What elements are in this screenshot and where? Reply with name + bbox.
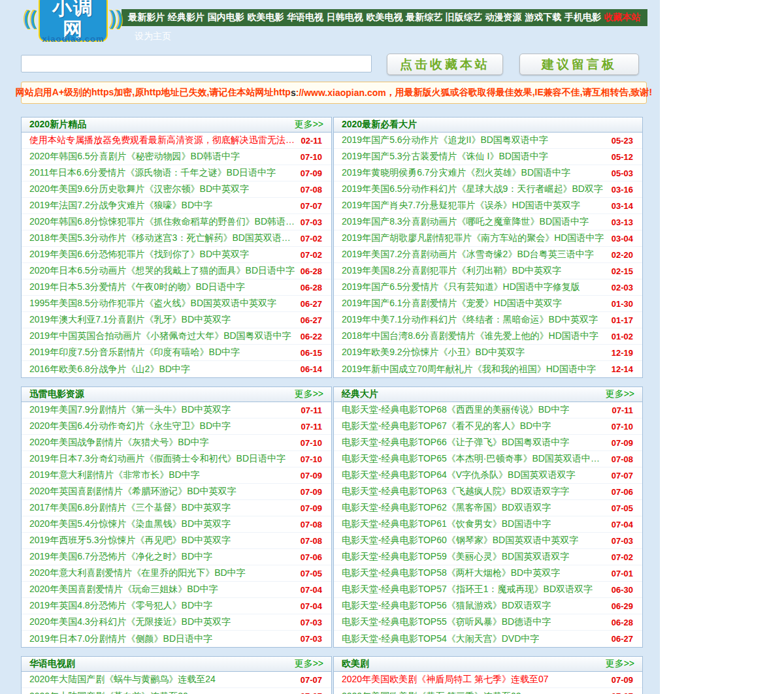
movie-link[interactable]: 电影天堂-经典电影TOP62《黑客帝国》BD双语双字 — [342, 502, 551, 514]
nav-item[interactable]: 游戏下载 — [525, 12, 561, 24]
movie-link[interactable]: 2020年美国9.6分历史歌舞片《汉密尔顿》BD中英双字 — [29, 183, 249, 195]
movie-link[interactable]: 电影天堂-经典电影TOP58《两杆大烟枪》BD中英双字 — [342, 567, 560, 579]
movie-link[interactable]: 2017年美国6.8分剧情片《三个基督》BD中英双字 — [29, 502, 231, 514]
movie-link[interactable]: 2020年大陆国产剧《暮白首》连载至30 — [29, 691, 188, 694]
item-date: 06-28 — [301, 266, 322, 276]
movie-link[interactable]: 2019年国产8.3分喜剧动画片《哪吒之魔童降世》BD国语中字 — [342, 216, 589, 228]
movie-link[interactable]: 2020年日本6.5分动画片《想哭的我戴上了猫的面具》BD日语中字 — [29, 265, 295, 277]
movie-link[interactable]: 2020年美国战争剧情片《灰猎犬号》BD中字 — [29, 437, 209, 449]
movie-link[interactable]: 电影天堂-经典电影TOP59《美丽心灵》BD国英双语双字 — [342, 551, 569, 563]
movie-link[interactable]: 2019年印度7.5分音乐剧情片《印度有嘻哈》BD中字 — [29, 347, 240, 358]
list-item: 2020年大陆国产剧《蜗牛与黄鹂鸟》连载至2407-07 — [22, 672, 331, 688]
movie-link[interactable]: 2019年美国7.2分喜剧动画片《冰雪奇缘2》BD台粤英三语中字 — [342, 249, 594, 260]
movie-link[interactable]: 2011年日本6.6分爱情片《源氏物语：千年之谜》BD日语中字 — [29, 167, 276, 179]
movie-link[interactable]: 电影天堂-经典电影TOP56《猫鼠游戏》BD双语双字 — [342, 600, 551, 612]
movie-link[interactable]: 2019年美国8.2分喜剧犯罪片《利刃出鞘》BD中英双字 — [342, 265, 561, 277]
guestbook-button[interactable]: 建议留言板 — [519, 54, 639, 75]
movie-link[interactable]: 2019年欧美9.2分惊悚片《小丑》BD中英双字 — [342, 347, 525, 358]
movie-link[interactable]: 2019年新中国成立70周年献礼片《我和我的祖国》HD国语中字 — [342, 364, 596, 375]
nav-item[interactable]: 国内电影 — [208, 12, 244, 24]
movie-link[interactable]: 2020年美国5.4分惊悚片《染血黑钱》BD中英双字 — [29, 518, 231, 530]
nav-item[interactable]: 手机电影 — [564, 12, 601, 24]
item-date: 06-28 — [301, 283, 322, 292]
site-logo[interactable]: (( 小调网 )) xiaodiao.com — [24, 4, 123, 50]
movie-link[interactable]: 电影天堂-经典电影TOP61《饮食男女》BD国语中字 — [342, 518, 551, 530]
movie-link[interactable]: 2018年中国台湾8.6分喜剧爱情片《谁先爱上他的》HD国语中字 — [342, 330, 598, 342]
movie-link[interactable]: 2019年英国4.8分恐怖片《零号犯人》BD中字 — [29, 600, 212, 612]
panel-more-link[interactable]: 更多>> — [295, 119, 323, 131]
nav-item[interactable]: 最新影片 — [128, 12, 165, 24]
movie-link[interactable]: 2019年黄晓明侯勇6.7分灾难片《烈火英雄》BD国语中字 — [342, 167, 570, 179]
movie-link[interactable]: 2019年美国7.9分剧情片《第一头牛》BD中英双字 — [29, 404, 231, 416]
nav-item[interactable]: 动漫资源 — [485, 12, 522, 24]
movie-link[interactable]: 2019年国产6.1分喜剧爱情片《宠爱》HD国语中英双字 — [342, 298, 562, 309]
movie-link[interactable]: 2019年法国7.2分战争灾难片《狼嚎》BD中字 — [29, 200, 212, 212]
movie-link[interactable]: 电影天堂-经典电影TOP63《飞越疯人院》BD双语双字字 — [342, 486, 569, 497]
movie-link[interactable]: 电影天堂-经典电影TOP66《让子弹飞》BD国粤双语中字 — [342, 437, 569, 449]
movie-link[interactable]: 2020年韩国6.5分喜剧片《秘密动物园》BD韩语中字 — [29, 151, 240, 163]
list-item: 2020年美国9.6分历史歌舞片《汉密尔顿》BD中英双字07-08 — [22, 181, 331, 198]
movie-link[interactable]: 2020年意大利喜剧爱情片《在里乔的阳光下》BD中字 — [29, 567, 246, 579]
movie-link[interactable]: 2020年美国喜剧爱情片《玩命三姐妹》BD中字 — [29, 584, 218, 595]
nav-item[interactable]: 日韩电视 — [327, 12, 363, 24]
panel-more-link[interactable]: 更多>> — [295, 388, 323, 400]
movie-link[interactable]: 电影天堂-经典电影TOP57《指环王1：魔戒再现》BD双语双字 — [342, 584, 593, 595]
movie-link[interactable]: 2019年日本5.3分爱情片《午夜0时的吻》BD日语中字 — [29, 281, 245, 293]
movie-link[interactable]: 2020年美国欧美剧《神盾局特工 第七季》连载至07 — [342, 674, 549, 686]
panel-more-link[interactable]: 更多>> — [606, 658, 634, 670]
movie-link[interactable]: 2020年大陆国产剧《蜗牛与黄鹂鸟》连载至24 — [29, 674, 216, 686]
movie-link[interactable]: 2016年欧美6.8分战争片《山2》BD中字 — [29, 364, 190, 375]
favorite-site-button[interactable]: 点击收藏本站 — [387, 54, 503, 75]
panels-grid: 2020新片精品 更多>> 使用本站专属播放器免费观看最新高清资源，彻底解决迅雷… — [21, 117, 643, 694]
movie-link[interactable]: 2019年中美7.1分动作科幻片《终结者：黑暗命运》BD中英双字 — [342, 314, 598, 326]
movie-link[interactable]: 2019年国产6.5分爱情片《只有芸知道》HD国语中字修复版 — [342, 281, 580, 293]
nav-item[interactable]: 欧美电视 — [366, 12, 402, 24]
search-input[interactable] — [21, 55, 372, 72]
movie-link[interactable]: 2019年美国6.6分恐怖犯罪片《找到你了》BD中英双字 — [29, 249, 249, 260]
nav-item[interactable]: 华语电视 — [287, 12, 323, 24]
panel-more-link[interactable]: 更多>> — [606, 388, 634, 400]
movie-link[interactable]: 2019年国产胡歌廖凡剧情犯罪片《南方车站的聚会》HD国语中字 — [342, 232, 604, 244]
nav-item[interactable]: 旧版综艺 — [446, 12, 482, 24]
movie-link[interactable]: 电影天堂-经典电影TOP68《西西里的美丽传说》BD中字 — [342, 404, 569, 416]
movie-link[interactable]: 2020年英国喜剧剧情片《希腊环游记》BD中英双字 — [29, 486, 237, 497]
panel-more-link[interactable]: 更多>> — [295, 658, 323, 670]
movie-link[interactable]: 2019年国产肖央7.7分悬疑犯罪片《误杀》HD国语中英双字 — [342, 200, 580, 212]
movie-link[interactable]: 电影天堂-经典电影TOP67《看不见的客人》BD中字 — [342, 420, 551, 432]
list-item: 2020年意大利喜剧爱情片《在里乔的阳光下》BD中字07-05 — [22, 565, 331, 582]
movie-link[interactable]: 电影天堂-经典电影TOP65《本杰明·巴顿奇事》BD国英双语中英双字 — [342, 453, 606, 465]
movie-link[interactable]: 2019年美国6.5分动作科幻片《星球大战9：天行者崛起》BD双字 — [342, 183, 603, 195]
movie-link[interactable]: 电影天堂-经典电影TOP54《大闹天宫》DVD中字 — [342, 633, 539, 645]
movie-link[interactable]: 2019年澳大利亚7.1分喜剧片《乳牙》BD中英双字 — [29, 314, 231, 326]
movie-link[interactable]: 2019年国产5.6分动作片《追龙II》BD国粤双语中字 — [342, 134, 548, 146]
movie-link[interactable]: 2020年韩国6.8分惊悚犯罪片《抓住救命稻草的野兽们》BD韩语中字 — [29, 216, 295, 228]
movie-link[interactable]: 电影天堂-经典电影TOP55《窃听风暴》BD德语中字 — [342, 616, 551, 628]
list-item: 2019年法国7.2分战争灾难片《狼嚎》BD中字07-07 — [22, 198, 331, 214]
set-home-link[interactable]: 设为主页 — [135, 31, 171, 42]
movie-link[interactable]: 2019年意大利剧情片《非常市长》BD中字 — [29, 469, 200, 481]
movie-link[interactable]: 2020年美国欧美剧《黄石 第三季》连载至03 — [342, 691, 521, 694]
movie-link[interactable]: 2018年美国5.3分动作片《移动迷宫3：死亡解药》BD国英双语中字 — [29, 232, 295, 244]
nav-item[interactable]: 最新综艺 — [406, 12, 442, 24]
nav-item-favorite[interactable]: 收藏本站 — [604, 12, 641, 24]
movie-link[interactable]: 2020年美国6.4分动作奇幻片《永生守卫》BD中字 — [29, 420, 231, 432]
item-date: 07-09 — [301, 503, 322, 513]
item-date: 07-02 — [301, 234, 322, 244]
panel-title: 2020新片精品 — [29, 119, 86, 131]
movie-link[interactable]: 2019年日本7.3分奇幻动画片《假面骑士令和初代》BD日语中字 — [29, 453, 286, 465]
nav-item[interactable]: 欧美电影 — [247, 12, 284, 24]
movie-link[interactable]: 2019年西班牙5.3分惊悚片《再见吧》BD中英双字 — [29, 535, 231, 546]
nav-item[interactable]: 经典影片 — [168, 12, 204, 24]
item-date: 07-04 — [301, 585, 322, 595]
movie-link[interactable]: 使用本站专属播放器免费观看最新高清资源，彻底解决迅雷无法下载 — [29, 134, 295, 146]
movie-link[interactable]: 2019年中国英国合拍动画片《小猪佩奇过大年》BD国粤双语中字 — [29, 330, 291, 342]
list-item: 2019年中国英国合拍动画片《小猪佩奇过大年》BD国粤双语中字06-22 — [22, 328, 331, 345]
movie-link[interactable]: 1995年美国8.5分动作犯罪片《盗火线》BD国英双语中英双字 — [29, 298, 276, 309]
movie-link[interactable]: 2019年国产5.3分古装爱情片《诛仙 I》BD国语中字 — [342, 151, 548, 163]
movie-link[interactable]: 2019年美国6.7分恐怖片《净化之时》BD中字 — [29, 551, 212, 563]
movie-link[interactable]: 电影天堂-经典电影TOP64《V字仇杀队》BD国英双语双字 — [342, 469, 576, 481]
movie-link[interactable]: 2019年日本7.0分剧情片《侧颜》BD日语中字 — [29, 633, 212, 645]
movie-link[interactable]: 电影天堂-经典电影TOP60《钢琴家》BD国英双语中英双字 — [342, 535, 578, 546]
movie-link[interactable]: 2020年美国4.3分科幻片《无限接近》BD中英双字 — [29, 616, 231, 628]
item-date: 01-17 — [612, 315, 633, 325]
